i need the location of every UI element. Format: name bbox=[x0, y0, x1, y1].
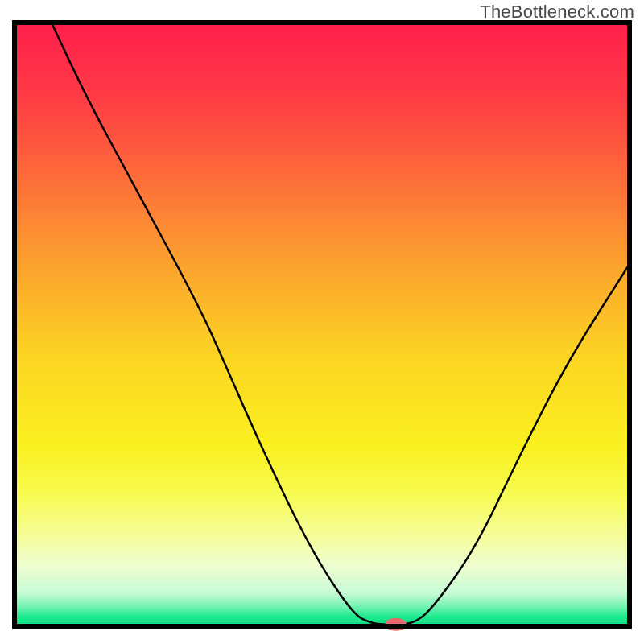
bottleneck-chart: TheBottleneck.com bbox=[0, 0, 644, 644]
gradient-background bbox=[14, 23, 630, 626]
watermark-text: TheBottleneck.com bbox=[480, 2, 634, 23]
bottleneck-plot-svg bbox=[0, 0, 644, 644]
